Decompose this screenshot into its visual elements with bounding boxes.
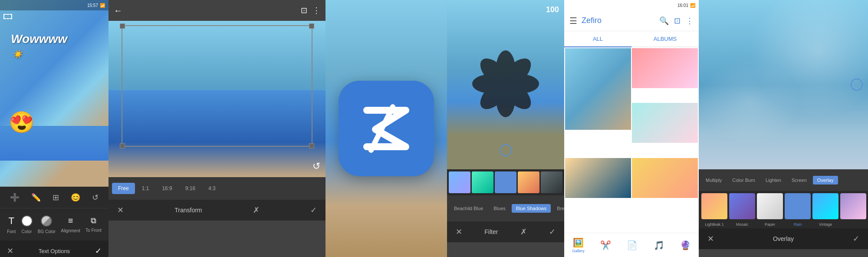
gallery-thumb-4[interactable] xyxy=(565,158,631,198)
tab-all[interactable]: ALL xyxy=(564,31,631,46)
overlay-circle-indicator[interactable] xyxy=(851,79,863,91)
blend-lighten[interactable]: Lighten xyxy=(761,176,786,185)
grid-icon[interactable]: ⊞ xyxy=(53,193,59,202)
blend-color-burn[interactable]: Color Burn xyxy=(728,176,760,185)
filter-blue-shadows[interactable]: Blue Shadows xyxy=(512,204,551,213)
undo-button-2[interactable]: ↺ xyxy=(312,161,320,172)
wifi-icon-4: 📶 xyxy=(690,3,695,8)
overlay-thumb-paper[interactable] xyxy=(757,193,783,219)
close-button-3[interactable]: ✕ xyxy=(456,227,462,237)
bg-color-tool[interactable]: BG Color xyxy=(38,215,56,234)
to-front-tool[interactable]: ⧉ To Front xyxy=(85,216,102,233)
nav-music[interactable]: 🎵 xyxy=(654,240,664,250)
confirm-button-2[interactable]: ✓ xyxy=(310,205,317,215)
to-front-label: To Front xyxy=(85,228,102,233)
nav-effects[interactable]: 🔮 xyxy=(680,240,691,250)
alignment-tool[interactable]: ≡ Alignment xyxy=(61,216,80,233)
nav-doc[interactable]: 📄 xyxy=(627,240,638,250)
close-button-1[interactable]: ✕ xyxy=(7,246,13,256)
overlay-thumb-lightleak[interactable] xyxy=(701,193,727,219)
status-time-4: 16:01 xyxy=(677,3,688,8)
nav-gallery[interactable]: 🖼️ Gallery xyxy=(572,237,585,253)
tab-albums[interactable]: ALBUMS xyxy=(631,31,699,46)
effects-icon: 🔮 xyxy=(680,240,691,250)
color-tool[interactable]: Color xyxy=(21,215,33,234)
bottom-toolbar-1: ➕ ✏️ ⊞ 😊 ↺ T Font Color BG Color ≡ Align… xyxy=(0,187,108,257)
filter-thumb-1[interactable] xyxy=(449,171,470,193)
nav-scissors[interactable]: ✂️ xyxy=(600,240,611,250)
confirm-button-1[interactable]: ✓ xyxy=(95,246,102,256)
alignment-label: Alignment xyxy=(61,228,80,233)
add-icon[interactable]: ➕ xyxy=(10,193,20,202)
cancel-button-3[interactable]: ✗ xyxy=(520,227,527,237)
text-options-label: Text Options xyxy=(39,248,70,254)
sticker-icon[interactable]: 😊 xyxy=(71,193,80,202)
filter-thumbs xyxy=(447,169,564,195)
ratio-4-3[interactable]: 4:3 xyxy=(202,183,222,194)
overlay-thumb-rain[interactable] xyxy=(785,193,811,219)
blend-multiply[interactable]: Multiply xyxy=(701,176,726,185)
more-icon[interactable]: ⋮ xyxy=(312,6,320,15)
cast-icon[interactable]: ⊡ xyxy=(301,6,307,15)
corner-handle-tl[interactable] xyxy=(120,23,125,29)
bottom-action-5: ✕ Overlay ✓ xyxy=(699,228,868,249)
photo-area-2[interactable]: ↺ xyxy=(108,21,326,177)
panel-transform: ← ⊡ ⋮ ↺ Free 1:1 16:9 9:16 4:3 ✕ Transfo… xyxy=(108,0,326,257)
filter-scroll: Beachild Blue Blues Blue Shadows Breeze … xyxy=(447,195,564,221)
panel-overlay: Multiply Color Burn Lighten Screen Overl… xyxy=(699,0,868,257)
close-button-2[interactable]: ✕ xyxy=(117,205,124,215)
water-drops-overlay xyxy=(699,0,868,169)
overlay-thumb-mosaic[interactable] xyxy=(729,193,755,219)
filter-thumb-5[interactable] xyxy=(541,171,562,193)
toolbar-labels-row: T Font Color BG Color ≡ Alignment ⧉ To F… xyxy=(0,208,108,241)
overlay-label-2: Mosaic xyxy=(729,222,755,227)
gallery-thumb-2[interactable] xyxy=(632,48,698,88)
bottom-nav: 🖼️ Gallery ✂️ 📄 🎵 🔮 xyxy=(564,233,699,257)
close-button-5[interactable]: ✕ xyxy=(707,234,714,244)
confirm-button-5[interactable]: ✓ xyxy=(853,234,859,244)
filter-thumb-3[interactable] xyxy=(495,171,516,193)
app-title: Zefiro xyxy=(582,16,655,25)
filter-breeze[interactable]: Breeze xyxy=(552,204,564,213)
ratio-free[interactable]: Free xyxy=(112,183,135,194)
font-tool[interactable]: T Font xyxy=(7,215,16,234)
filter-circle-indicator[interactable] xyxy=(500,144,512,156)
ratio-16-9[interactable]: 16:9 xyxy=(156,183,178,194)
gallery-thumb-3[interactable] xyxy=(632,103,698,143)
back-button[interactable]: ← xyxy=(114,6,122,16)
corner-handle-tr[interactable] xyxy=(309,23,314,29)
top-bar-right: ⊡ ⋮ xyxy=(301,6,320,15)
gallery-nav-label: Gallery xyxy=(572,249,585,253)
heart-eyes-emoji[interactable]: 😍 xyxy=(9,110,35,135)
crop-border xyxy=(122,25,312,147)
toolbar-icons-row: ➕ ✏️ ⊞ 😊 ↺ xyxy=(0,187,108,208)
ratio-9-16[interactable]: 9:16 xyxy=(179,183,201,194)
search-icon[interactable]: 🔍 xyxy=(659,16,669,26)
top-bar-2: ← ⊡ ⋮ xyxy=(108,0,326,21)
filter-blues[interactable]: Blues xyxy=(489,204,510,213)
overlay-thumb-extra[interactable] xyxy=(840,193,866,219)
overlay-thumb-vintage[interactable] xyxy=(812,193,838,219)
transform-label: Transform xyxy=(174,207,202,214)
overlay-label: Overlay xyxy=(773,235,794,242)
hamburger-icon[interactable]: ☰ xyxy=(569,16,577,26)
cast-icon-4[interactable]: ⊡ xyxy=(674,16,681,26)
edit-icon[interactable]: ✏️ xyxy=(31,193,41,202)
corner-handle-br[interactable] xyxy=(309,143,314,148)
corner-handle-bl[interactable] xyxy=(120,143,125,148)
blend-overlay[interactable]: Overlay xyxy=(813,176,838,185)
undo-icon[interactable]: ↺ xyxy=(92,193,99,202)
ratio-1-1[interactable]: 1:1 xyxy=(136,183,155,194)
blend-screen[interactable]: Screen xyxy=(787,176,811,185)
cancel-button-2[interactable]: ✗ xyxy=(253,205,260,215)
gallery-thumb-5[interactable] xyxy=(632,158,698,198)
more-icon-4[interactable]: ⋮ xyxy=(686,16,694,26)
filter-thumb-2[interactable] xyxy=(472,171,493,193)
wowww-text[interactable]: Wowwww☀️ xyxy=(11,32,67,60)
filter-beachild-blue[interactable]: Beachild Blue xyxy=(450,204,487,213)
panel-text-editing: 15:57 📶 Wowwww☀️ 😍 ➕ ✏️ ⊞ 😊 ↺ T xyxy=(0,0,108,257)
gallery-thumb-1[interactable] xyxy=(565,48,631,130)
ratio-bar: Free 1:1 16:9 9:16 4:3 xyxy=(108,177,326,200)
confirm-button-3[interactable]: ✓ xyxy=(549,227,556,237)
filter-thumb-4[interactable] xyxy=(518,171,539,193)
